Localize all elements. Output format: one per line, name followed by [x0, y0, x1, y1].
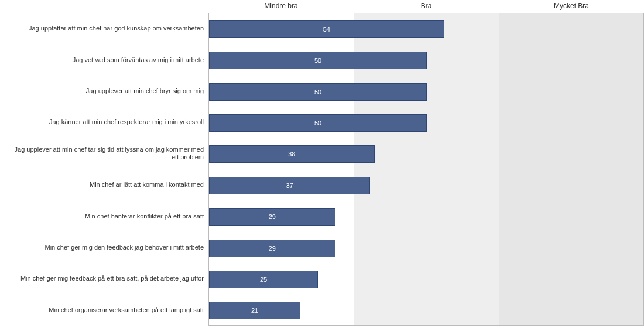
chart-plot-area: 54505050383729292521 [208, 13, 644, 326]
header-col-mindre-bra: Mindre bra [208, 0, 354, 13]
y-axis-label-text: Jag uppfattar att min chef har god kunsk… [29, 25, 204, 32]
y-axis-label: Min chef organiserar verksamheten på ett… [0, 302, 204, 318]
bar: 38 [209, 145, 375, 163]
bar-value-label: 21 [251, 307, 258, 314]
bar-value-label: 37 [286, 182, 293, 189]
y-axis-label-text: Min chef är lätt att komma i kontakt med [90, 181, 204, 189]
y-axis-label: Jag upplever att min chef bryr sig om mi… [0, 83, 204, 100]
chart-y-labels: Jag uppfattar att min chef har god kunsk… [0, 13, 208, 326]
y-axis-label: Jag vet vad som förväntas av mig i mitt … [0, 52, 204, 68]
y-axis-label-text: Jag vet vad som förväntas av mig i mitt … [73, 56, 204, 64]
y-axis-label: Min chef är lätt att komma i kontakt med [0, 177, 204, 193]
y-axis-label: Jag känner att min chef respekterar mig … [0, 114, 204, 131]
bar-value-label: 29 [269, 245, 276, 252]
bar-value-label: 50 [314, 88, 321, 95]
y-axis-label: Min chef ger mig den feedback jag behöve… [0, 240, 204, 256]
divider-2 [499, 13, 499, 325]
chart-header: Mindre bra Bra Mycket Bra [208, 0, 644, 13]
bar-value-label: 50 [314, 57, 321, 64]
y-axis-label-text: Min chef hanterar konflikter på ett bra … [85, 213, 204, 220]
y-axis-label-text: Min chef ger mig feedback på ett bra sät… [20, 275, 204, 282]
y-axis-label-text: Min chef organiserar verksamheten på ett… [49, 306, 204, 314]
y-axis-label-text: Jag känner att min chef respekterar mig … [49, 118, 204, 126]
bar: 29 [209, 240, 335, 257]
bar: 54 [209, 20, 444, 38]
bar: 50 [209, 83, 427, 101]
bar-value-label: 50 [314, 119, 321, 127]
y-axis-label-text: Jag upplever att min chef tar sig tid at… [11, 146, 204, 161]
header-col-mycket-bra: Mycket Bra [499, 0, 644, 13]
y-axis-label-text: Jag upplever att min chef bryr sig om mi… [86, 87, 204, 95]
band-mycket-bra [499, 13, 643, 325]
bar: 50 [209, 52, 427, 69]
chart-root: Mindre bra Bra Mycket Bra 54505050383729… [0, 0, 644, 328]
y-axis-label-text: Min chef ger mig den feedback jag behöve… [45, 244, 204, 251]
bar-value-label: 29 [269, 213, 276, 220]
bar-value-label: 38 [288, 151, 295, 158]
bar: 29 [209, 208, 335, 226]
y-axis-label: Jag uppfattar att min chef har god kunsk… [0, 20, 204, 37]
y-axis-label: Min chef hanterar konflikter på ett bra … [0, 208, 204, 224]
y-axis-label: Min chef ger mig feedback på ett bra sät… [0, 271, 204, 287]
bar-value-label: 25 [260, 276, 267, 283]
bar: 50 [209, 114, 427, 132]
bar-value-label: 54 [323, 26, 330, 33]
y-axis-label: Jag upplever att min chef tar sig tid at… [0, 145, 204, 162]
bar: 21 [209, 302, 300, 319]
header-col-bra: Bra [354, 0, 499, 13]
bar: 25 [209, 271, 318, 288]
bar: 37 [209, 177, 370, 194]
